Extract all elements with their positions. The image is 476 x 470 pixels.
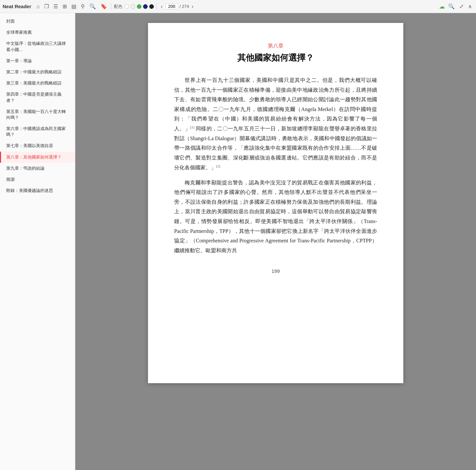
book-page: 第八章 其他國家如何選擇？ 世界上有一百九十三個國家，美國和中國只是其中之二。但… xyxy=(148,23,403,383)
chapter-title: 其他國家如何選擇？ xyxy=(174,52,377,64)
sidebar-item-ch6[interactable]: 第六章：中國應該成為民主國家嗎？ xyxy=(0,123,75,140)
main-layout: 封面 全球專家推薦 中文版序：從地緣政治三大議律看小國... 第一章：導論 第二… xyxy=(0,13,476,470)
color-dots xyxy=(124,4,154,9)
page-navigation: ‹ / 274 › xyxy=(159,2,195,11)
sidebar-item-preface[interactable]: 中文版序：從地緣政治三大議律看小國... xyxy=(0,38,75,55)
sidebar-item-global-rec[interactable]: 全球專家推薦 xyxy=(0,27,75,38)
fullscreen-icon[interactable]: ⤢ xyxy=(458,2,465,11)
cloud-icon[interactable]: ☁ xyxy=(439,3,445,10)
sidebar-item-cover[interactable]: 封面 xyxy=(0,16,75,27)
bookmark-icon[interactable]: 🔖 xyxy=(99,2,108,11)
sidebar-item-ch9[interactable]: 第九章：弔詭的結論 xyxy=(0,163,75,174)
app-title: Neat Reader xyxy=(3,4,31,9)
copy-icon[interactable]: ❐ xyxy=(43,2,50,11)
sidebar-item-appendix[interactable]: 附錄：美國優越論的迷思 xyxy=(0,185,75,196)
color-green[interactable] xyxy=(137,4,141,9)
zoom-icon[interactable]: 🔍 xyxy=(88,2,97,11)
home-icon[interactable]: ⌂ xyxy=(35,2,41,11)
paragraph-2: 梅克爾和李顯龍提出警告，認為美中沒完沒了的貿易戰正在傷害其他國家的利益，他們倆可… xyxy=(174,178,377,255)
color-label: 配色 xyxy=(114,4,122,9)
color-dark[interactable] xyxy=(143,4,148,9)
next-page-icon[interactable]: › xyxy=(190,2,194,11)
sidebar-item-ch1[interactable]: 第一章：導論 xyxy=(0,55,75,66)
collapse-icon[interactable]: ∧ xyxy=(467,2,473,11)
menu-icon[interactable]: ☰ xyxy=(52,2,59,11)
search-icon[interactable]: ⚲ xyxy=(80,2,86,11)
sidebar: 封面 全球專家推薦 中文版序：從地緣政治三大議律看小國... 第一章：導論 第二… xyxy=(0,13,75,470)
sidebar-item-ch8[interactable]: 第八章：其他國家如何選擇？ xyxy=(0,152,75,163)
sidebar-item-ch2[interactable]: 第二章：中國最大的戰略錯誤 xyxy=(0,66,75,78)
page-separator: / 274 xyxy=(180,4,189,9)
book-content: 世界上有一百九十三個國家，美國和中國只是其中之二。但是，我們大概可以確信，其他一… xyxy=(174,75,377,255)
app-brand: Neat Reader xyxy=(3,4,31,9)
list-icon[interactable]: ▤ xyxy=(70,2,78,11)
color-black[interactable] xyxy=(149,4,154,9)
separator-1 xyxy=(111,3,111,10)
separator-2 xyxy=(156,3,157,10)
sidebar-item-thanks[interactable]: 致謝 xyxy=(0,174,75,185)
grid-icon[interactable]: ⊞ xyxy=(61,2,68,11)
page-number: 199 xyxy=(174,268,377,274)
footnote-1: [1] xyxy=(190,125,194,129)
sidebar-item-ch4[interactable]: 第四章：中國是否是擴張主義者？ xyxy=(0,89,75,106)
page-input[interactable] xyxy=(165,3,178,9)
prev-page-icon[interactable]: ‹ xyxy=(159,2,164,11)
footnote-2: [2] xyxy=(216,164,220,168)
chapter-label: 第八章 xyxy=(174,43,377,49)
sidebar-item-ch7[interactable]: 第七章：美國以美德自居 xyxy=(0,140,75,151)
search2-icon[interactable]: 🔍 xyxy=(447,2,456,11)
paragraph-1: 世界上有一百九十三個國家，美國和中國只是其中之二。但是，我們大概可以確信，其他一… xyxy=(174,75,377,173)
sidebar-item-ch5[interactable]: 第五章：美國能一百八十度大轉向嗎？ xyxy=(0,106,75,123)
sidebar-item-ch3[interactable]: 第三章：美國最大的戰略錯誤 xyxy=(0,78,75,89)
content-area[interactable]: 第八章 其他國家如何選擇？ 世界上有一百九十三個國家，美國和中國只是其中之二。但… xyxy=(75,13,476,470)
toolbar: Neat Reader ⌂ ❐ ☰ ⊞ ▤ ⚲ 🔍 🔖 配色 ‹ / 274 ›… xyxy=(0,0,476,13)
color-cream[interactable] xyxy=(131,4,135,9)
color-white[interactable] xyxy=(124,4,129,9)
